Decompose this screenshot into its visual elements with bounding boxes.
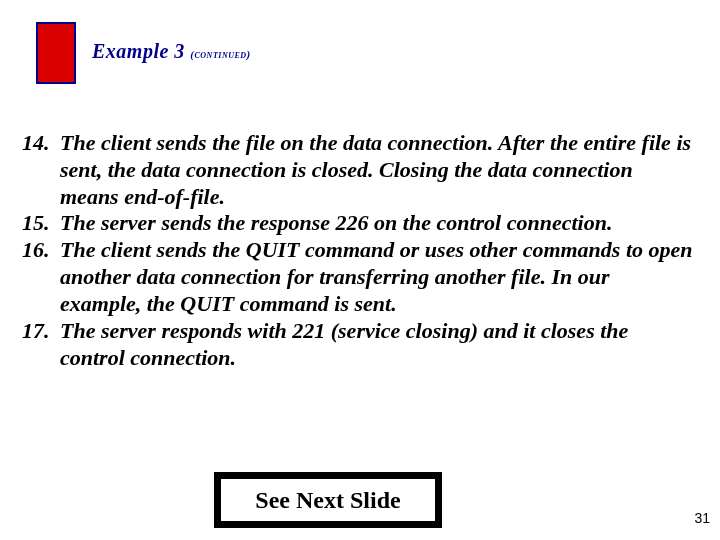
- title-sub: (continued): [190, 48, 250, 60]
- list-item: 17. The server responds with 221 (servic…: [22, 318, 694, 372]
- see-next-slide-box: See Next Slide: [214, 472, 442, 528]
- list-item-number: 15.: [22, 210, 60, 237]
- list-item-text: The server sends the response 226 on the…: [60, 210, 694, 237]
- see-next-label: See Next Slide: [255, 487, 400, 514]
- list-item-text: The client sends the file on the data co…: [60, 130, 694, 210]
- list-item-number: 16.: [22, 237, 60, 317]
- list-item-text: The client sends the QUIT command or use…: [60, 237, 694, 317]
- slide-title: Example 3 (continued): [92, 40, 251, 63]
- list-item: 15. The server sends the response 226 on…: [22, 210, 694, 237]
- list-item-text: The server responds with 221 (service cl…: [60, 318, 694, 372]
- title-main: Example 3: [92, 40, 190, 62]
- numbered-list: 14. The client sends the file on the dat…: [22, 130, 694, 371]
- list-item: 14. The client sends the file on the dat…: [22, 130, 694, 210]
- list-item: 16. The client sends the QUIT command or…: [22, 237, 694, 317]
- page-number: 31: [694, 510, 710, 526]
- decorative-red-box: [36, 22, 76, 84]
- list-item-number: 17.: [22, 318, 60, 372]
- list-item-number: 14.: [22, 130, 60, 210]
